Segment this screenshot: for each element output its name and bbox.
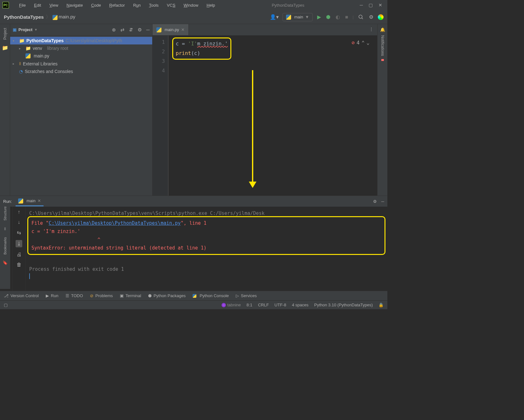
tabnine-widget[interactable]: tabnine [221, 303, 241, 307]
structure-tool-button[interactable]: Structure [3, 206, 7, 221]
project-panel-title: Project [18, 27, 32, 32]
close-tab-icon[interactable]: ✕ [181, 27, 185, 32]
down-icon[interactable]: ↓ [18, 219, 20, 225]
notifications-icon[interactable]: 🔔 [380, 27, 385, 32]
select-file-icon[interactable]: ⊕ [112, 27, 116, 33]
titlebar: PC FFileile Edit View Navigate Code Refa… [0, 0, 387, 10]
problems-tool-button[interactable]: ⊘Problems [90, 293, 113, 298]
menu-edit[interactable]: Edit [30, 2, 45, 9]
collapse-all-icon[interactable]: ⇵ [129, 27, 133, 33]
code-area[interactable]: c = 'I'm zinzin.' print(c) ⊘ 4 ⌃ ⌄ [168, 36, 377, 196]
tool-windows-icon[interactable]: ▢ [4, 303, 8, 307]
stop-button[interactable]: ■ [344, 14, 349, 21]
run-button[interactable]: ▶ [316, 13, 322, 21]
hide-panel-icon[interactable]: ─ [146, 27, 150, 33]
print-icon[interactable]: 🖨 [17, 252, 22, 257]
menu-help[interactable]: Help [203, 2, 219, 9]
code-with-me-icon[interactable] [378, 14, 384, 20]
editor-tab-mainpy[interactable]: main.py ✕ [153, 24, 189, 35]
line-separator[interactable]: CRLF [258, 303, 269, 307]
svg-point-0 [359, 15, 362, 18]
trash-icon[interactable]: 🗑 [17, 262, 22, 268]
chevron-down-icon[interactable]: ▼ [34, 28, 37, 31]
python-console-button[interactable]: Python Console [193, 293, 229, 298]
run-config-selector[interactable]: main ▼ [282, 13, 313, 21]
hide-panel-icon[interactable]: ─ [381, 199, 384, 204]
close-icon[interactable]: ✕ [378, 3, 382, 8]
project-panel-header: ▣ Project ▼ ⊕ ⇄ ⇵ ⚙ ─ [10, 24, 152, 36]
run-settings-icon[interactable]: ⚙ [373, 199, 377, 204]
python-icon [286, 15, 291, 20]
encoding[interactable]: UTF-8 [275, 303, 286, 307]
notifications-tool-button[interactable]: Notifications [380, 35, 385, 56]
version-control-button[interactable]: ⎇Version Control [4, 293, 39, 298]
run-panel: Run: main ✕ ⚙ ─ ▶ 🔧 ■ ⎋ 📌 ↑ ↓ ⇆ ⤓ 🖨 🗑 C:… [0, 196, 387, 291]
svg-line-1 [362, 18, 363, 19]
breadcrumb-file[interactable]: main.py [52, 14, 76, 20]
project-tool-button[interactable]: Project [3, 28, 7, 40]
inspection-widget[interactable]: ⊘ 4 ⌃ ⌄ [351, 38, 370, 48]
console-output[interactable]: C:\Users\yilma\Desktop\PythonDataTypes\v… [25, 207, 387, 291]
menu-code[interactable]: Code [87, 2, 105, 9]
error-stripe[interactable] [381, 59, 384, 61]
packages-tool-button[interactable]: ⬢Python Packages [148, 293, 186, 298]
next-error-icon[interactable]: ⌄ [366, 38, 370, 48]
exit-code-line: Process finished with exit code 1 [29, 265, 384, 273]
user-icon[interactable]: 👤▾ [270, 14, 279, 20]
menu-window[interactable]: Window [180, 2, 202, 9]
error-file-link[interactable]: C:\Users\yilma\Desktop\PythonDataTypes\m… [49, 220, 180, 226]
editor-tabs: main.py ✕ ⋮ [153, 24, 377, 36]
menu-tools[interactable]: Tools [145, 2, 162, 9]
lock-icon[interactable]: 🔒 [378, 303, 384, 307]
window-title: PythonDataTypes [220, 3, 357, 8]
coverage-button[interactable]: ◐ [335, 13, 341, 21]
settings-button[interactable]: ⚙ [368, 13, 374, 21]
run-toolbar-left2: ↑ ↓ ⇆ ⤓ 🖨 🗑 [13, 207, 25, 291]
prev-error-icon[interactable]: ⌃ [362, 38, 365, 48]
highlight-box-code: c = 'I'm zinzin.' print(c) [172, 37, 231, 60]
editor-body[interactable]: 1 2 3 4 c = 'I'm zinzin.' print(c) ⊘ 4 ⌃… [153, 36, 377, 196]
terminal-tool-button[interactable]: ▣Terminal [120, 293, 141, 298]
run-tool-button[interactable]: ▶Run [46, 293, 58, 298]
run-tab-main[interactable]: main ✕ [16, 197, 43, 206]
close-icon[interactable]: ✕ [37, 198, 41, 203]
chevron-down-icon: ▼ [305, 15, 309, 19]
folder-icon[interactable]: 📁 [2, 45, 8, 51]
bookmarks-tool-button[interactable]: Bookmarks [3, 237, 7, 255]
menu-refactor[interactable]: Refactor [105, 2, 129, 9]
indent[interactable]: 4 spaces [292, 303, 309, 307]
editor-tabs-more[interactable]: ⋮ [365, 24, 377, 35]
scroll-end-icon[interactable]: ⤓ [16, 240, 22, 247]
menu-vcs[interactable]: VCS [163, 2, 179, 9]
line-gutter: 1 2 3 4 [153, 36, 168, 196]
search-button[interactable] [357, 13, 364, 21]
python-icon [25, 53, 31, 58]
menu-file[interactable]: FFileile [15, 2, 30, 9]
highlight-box-error: File "C:\Users\yilma\Desktop\PythonDataT… [27, 216, 385, 255]
python-icon [18, 198, 23, 203]
interpreter[interactable]: Python 3.10 (PythonDataTypes) [314, 303, 373, 307]
status-bar: ▢ tabnine 8:1 CRLF UTF-8 4 spaces Python… [0, 300, 387, 309]
menu-run[interactable]: Run [129, 2, 145, 9]
minimize-icon[interactable]: ─ [360, 3, 363, 8]
right-tool-stripe: 🔔 Notifications [377, 24, 387, 196]
up-icon[interactable]: ↑ [18, 209, 20, 215]
tree-root[interactable]: ▾ 📁 PythonDataTypes C:\Users\yilma\Deskt… [10, 37, 152, 44]
menu-view[interactable]: View [45, 2, 62, 9]
maximize-icon[interactable]: ▢ [369, 3, 373, 8]
tree-scratches[interactable]: ▸ ◔ Scratches and Consoles [10, 68, 152, 75]
expand-all-icon[interactable]: ⇄ [120, 27, 125, 33]
todo-tool-button[interactable]: ☰TODO [65, 293, 83, 298]
tree-venv[interactable]: ▸ 📁 venv library root [10, 44, 152, 52]
error-count: 4 [357, 38, 360, 48]
tree-mainpy[interactable]: main.py [10, 52, 152, 60]
tree-ext-libs[interactable]: ▸ ⫴ External Libraries [10, 60, 152, 68]
editor-area: main.py ✕ ⋮ 1 2 3 4 c = 'I'm zinzin.' pr… [153, 24, 377, 196]
breadcrumb-project[interactable]: PythonDataTypes [4, 14, 44, 20]
cursor-position[interactable]: 8:1 [247, 303, 252, 307]
soft-wrap-icon[interactable]: ⇆ [17, 230, 21, 236]
services-tool-button[interactable]: ▷Services [236, 293, 257, 298]
menu-navigate[interactable]: Navigate [63, 2, 86, 9]
debug-button[interactable]: ⬢ [325, 13, 331, 21]
panel-settings-icon[interactable]: ⚙ [138, 27, 142, 33]
